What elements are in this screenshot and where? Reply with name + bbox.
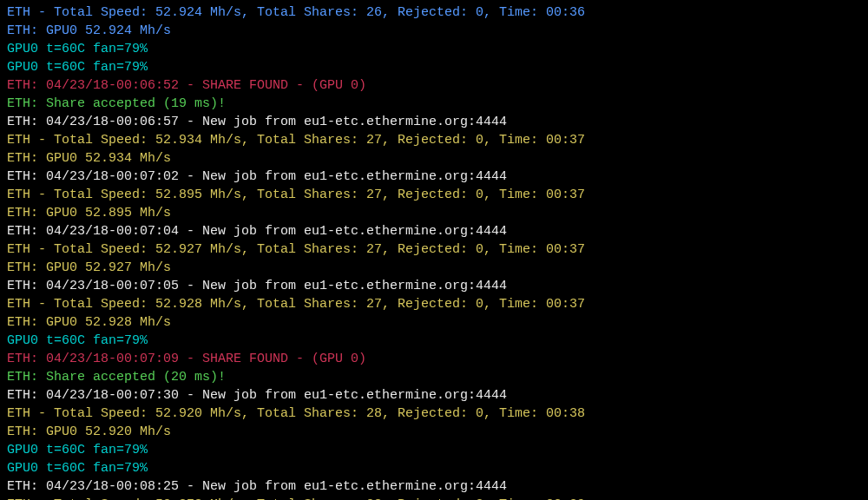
log-line: ETH: Share accepted (19 ms)! xyxy=(7,95,861,113)
log-line: ETH: Share accepted (20 ms)! xyxy=(7,368,861,386)
log-line: GPU0 t=60C fan=79% xyxy=(7,332,861,350)
log-line: ETH: GPU0 52.934 Mh/s xyxy=(7,149,861,168)
log-line: ETH: 04/23/18-00:06:52 - SHARE FOUND - (… xyxy=(7,76,861,95)
log-line: ETH: GPU0 52.927 Mh/s xyxy=(7,259,861,277)
log-line: ETH: GPU0 52.928 Mh/s xyxy=(7,313,861,332)
log-line: ETH: GPU0 52.924 Mh/s xyxy=(7,22,861,40)
log-line: GPU0 t=60C fan=79% xyxy=(7,58,861,76)
log-line: ETH: 04/23/18-00:07:04 - New job from eu… xyxy=(7,222,861,240)
log-line: ETH: GPU0 52.920 Mh/s xyxy=(7,423,861,441)
log-line: ETH - Total Speed: 52.895 Mh/s, Total Sh… xyxy=(7,186,861,204)
log-line: GPU0 t=60C fan=79% xyxy=(7,441,861,459)
log-line: ETH - Total Speed: 52.878 Mh/s, Total Sh… xyxy=(7,496,861,500)
log-line: ETH: GPU0 52.895 Mh/s xyxy=(7,204,861,222)
log-line: ETH - Total Speed: 52.924 Mh/s, Total Sh… xyxy=(7,3,861,22)
log-line: ETH: 04/23/18-00:07:02 - New job from eu… xyxy=(7,168,861,186)
log-line: GPU0 t=60C fan=79% xyxy=(7,40,861,58)
terminal-output: ETH - Total Speed: 52.924 Mh/s, Total Sh… xyxy=(7,3,861,500)
log-line: ETH: 04/23/18-00:07:05 - New job from eu… xyxy=(7,277,861,295)
log-line: ETH - Total Speed: 52.934 Mh/s, Total Sh… xyxy=(7,131,861,149)
log-line: GPU0 t=60C fan=79% xyxy=(7,459,861,477)
log-line: ETH: 04/23/18-00:06:57 - New job from eu… xyxy=(7,113,861,131)
log-line: ETH: 04/23/18-00:07:09 - SHARE FOUND - (… xyxy=(7,350,861,368)
log-line: ETH - Total Speed: 52.927 Mh/s, Total Sh… xyxy=(7,240,861,259)
log-line: ETH: 04/23/18-00:08:25 - New job from eu… xyxy=(7,477,861,496)
log-line: ETH: 04/23/18-00:07:30 - New job from eu… xyxy=(7,386,861,405)
log-line: ETH - Total Speed: 52.920 Mh/s, Total Sh… xyxy=(7,405,861,423)
log-line: ETH - Total Speed: 52.928 Mh/s, Total Sh… xyxy=(7,295,861,313)
